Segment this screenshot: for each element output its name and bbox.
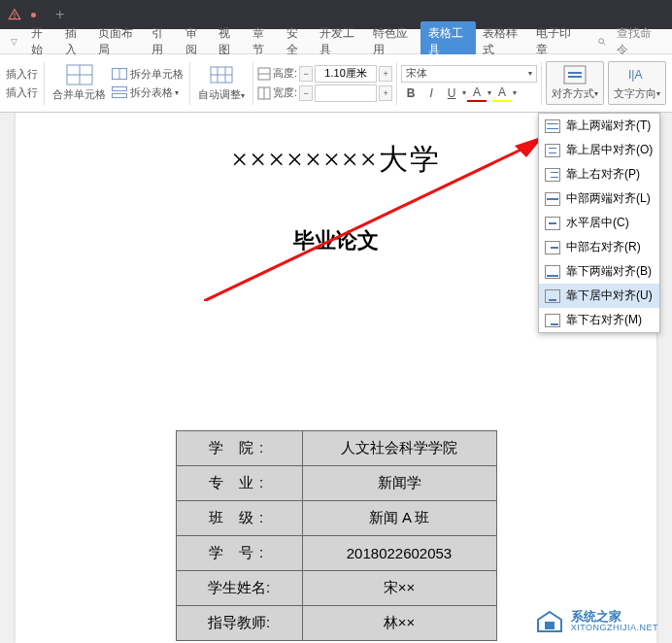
svg-text:I|A: I|A xyxy=(628,68,642,82)
ribbon-separator xyxy=(541,62,542,105)
ribbon-separator xyxy=(44,62,45,105)
search-icon xyxy=(597,36,607,48)
menu-insert[interactable]: 插入 xyxy=(58,25,92,58)
align-mid-right[interactable]: 中部右对齐(R) xyxy=(539,235,659,259)
align-mid-center[interactable]: 水平居中(C) xyxy=(539,211,659,235)
menu-esignature[interactable]: 电子印章 xyxy=(529,25,583,58)
split-cells-button[interactable]: 拆分单元格 xyxy=(110,66,185,83)
align-mid-justify-icon xyxy=(545,192,560,206)
font-family-select[interactable]: 宋体 ▾ xyxy=(401,65,537,83)
text-dir-label: 文字方向▾ xyxy=(614,86,660,101)
search-placeholder: 查找命令 xyxy=(610,25,661,58)
font-color-button[interactable]: A xyxy=(467,85,487,102)
menu-references[interactable]: 引用 xyxy=(145,25,179,58)
merge-cells-button[interactable]: 合并单元格 xyxy=(49,62,110,104)
dropdown-label: 靠下居中对齐(U) xyxy=(566,288,653,304)
table-cell-label[interactable]: 专 业: xyxy=(176,466,302,501)
underline-button[interactable]: U xyxy=(442,85,461,102)
dropdown-label: 中部右对齐(R) xyxy=(566,239,641,255)
new-tab-button[interactable]: + xyxy=(55,6,64,23)
height-decrease[interactable]: − xyxy=(299,66,313,82)
command-search[interactable]: 查找命令 xyxy=(590,25,668,58)
menu-security[interactable]: 安全 xyxy=(280,25,314,58)
row-height-icon xyxy=(257,67,271,81)
chevron-down-icon: ▾ xyxy=(462,88,466,97)
menu-devtools[interactable]: 开发工具 xyxy=(313,25,366,58)
table-cell-value[interactable]: 新闻 A 班 xyxy=(302,501,496,536)
width-decrease[interactable]: − xyxy=(299,85,313,101)
svg-point-1 xyxy=(15,17,16,18)
height-increase[interactable]: + xyxy=(379,66,392,82)
ribbon-separator xyxy=(189,62,190,105)
align-bot-justify[interactable]: 靠下两端对齐(B) xyxy=(539,259,659,284)
table-cell-value[interactable]: 林×× xyxy=(302,606,496,641)
bold-button[interactable]: B xyxy=(401,85,420,102)
dropdown-label: 靠上两端对齐(T) xyxy=(566,118,651,134)
highlight-button[interactable]: A xyxy=(492,85,512,102)
align-top-right-icon xyxy=(545,168,560,182)
insert-row-button[interactable]: 插入行 xyxy=(4,66,40,83)
dimension-group: 高度: − + 宽度: − + xyxy=(257,65,392,102)
auto-fit-button[interactable]: 自动调整▾ xyxy=(194,62,249,104)
italic-button[interactable]: I xyxy=(421,85,441,102)
width-increase[interactable]: + xyxy=(379,85,392,101)
svg-rect-10 xyxy=(113,94,127,98)
align-top-center[interactable]: 靠上居中对齐(O) xyxy=(539,138,659,162)
menu-special[interactable]: 特色应用 xyxy=(366,25,420,58)
font-name-value: 宋体 xyxy=(406,66,427,81)
font-group: 宋体 ▾ B I U ▾ A ▾ A ▾ xyxy=(401,65,537,102)
align-top-justify-icon xyxy=(545,119,560,133)
table-row: 学 院:人文社会科学学院 xyxy=(176,431,496,466)
table-cell-value[interactable]: 新闻学 xyxy=(302,466,496,501)
table-cell-label[interactable]: 学 院: xyxy=(176,431,302,466)
watermark-en: XITONGZHIJIA.NET xyxy=(571,624,658,633)
split-table-icon xyxy=(112,86,127,98)
menu-page-layout[interactable]: 页面布局 xyxy=(91,25,145,58)
menu-table-style[interactable]: 表格样式 xyxy=(476,25,529,58)
table-cell-label[interactable]: 指导教师: xyxy=(176,606,302,641)
svg-line-3 xyxy=(603,43,605,45)
svg-rect-19 xyxy=(564,66,586,84)
split-cells-icon xyxy=(112,68,127,80)
align-label: 对齐方式▾ xyxy=(552,86,598,101)
align-icon xyxy=(563,65,587,85)
align-bot-center[interactable]: 靠下居中对齐(U) xyxy=(539,284,659,308)
split-group: 拆分单元格 拆分表格 ▾ xyxy=(110,66,185,101)
dropdown-label: 靠上右对齐(P) xyxy=(566,166,640,183)
align-mid-justify[interactable]: 中部两端对齐(L) xyxy=(539,186,659,211)
align-top-justify[interactable]: 靠上两端对齐(T) xyxy=(539,114,659,138)
svg-point-2 xyxy=(599,38,604,43)
align-bot-right-icon xyxy=(545,314,560,327)
row-height-input[interactable] xyxy=(315,65,377,83)
table-row: 学生姓名:宋×× xyxy=(176,571,496,606)
table-cell-label[interactable]: 学 号: xyxy=(176,536,302,571)
insert-row-button-2[interactable]: 插入行 xyxy=(4,85,40,101)
menu-start[interactable]: 开始 xyxy=(24,25,58,58)
menu-chapter[interactable]: 章节 xyxy=(246,25,280,58)
watermark-logo-icon xyxy=(536,610,563,633)
menu-review[interactable]: 审阅 xyxy=(179,25,213,58)
height-label: 高度: xyxy=(273,66,297,81)
table-cell-label[interactable]: 学生姓名: xyxy=(176,571,302,606)
file-menu-arrow[interactable]: ▽ xyxy=(4,37,24,47)
ribbon-separator xyxy=(396,62,397,105)
table-cell-label[interactable]: 班 级: xyxy=(176,501,302,536)
auto-fit-icon xyxy=(208,64,235,85)
ribbon-toolbar: 插入行 插入行 合并单元格 拆分单元格 拆分表格 ▾ 自动调整▾ 高度: − + xyxy=(0,54,672,113)
split-table-button[interactable]: 拆分表格 ▾ xyxy=(110,85,185,101)
align-bot-right[interactable]: 靠下右对齐(M) xyxy=(539,308,659,332)
watermark-cn: 系统之家 xyxy=(571,610,658,624)
table-row: 专 业:新闻学 xyxy=(176,466,496,501)
align-top-right[interactable]: 靠上右对齐(P) xyxy=(539,162,659,186)
text-direction-icon: I|A xyxy=(625,65,649,85)
col-width-input[interactable] xyxy=(315,85,377,102)
dropdown-label: 水平居中(C) xyxy=(566,215,629,231)
table-cell-value[interactable]: 宋×× xyxy=(302,571,496,606)
align-mode-button[interactable]: 对齐方式▾ xyxy=(546,61,604,105)
table-cell-value[interactable]: 人文社会科学学院 xyxy=(302,431,496,466)
text-direction-button[interactable]: I|A 文字方向▾ xyxy=(608,61,666,105)
info-table[interactable]: 学 院:人文社会科学学院 专 业:新闻学 班 级:新闻 A 班 学 号:2018… xyxy=(176,430,497,641)
menu-view[interactable]: 视图 xyxy=(212,25,246,58)
table-row: 学 号:2018022602053 xyxy=(176,536,496,571)
table-cell-value[interactable]: 2018022602053 xyxy=(302,536,496,571)
